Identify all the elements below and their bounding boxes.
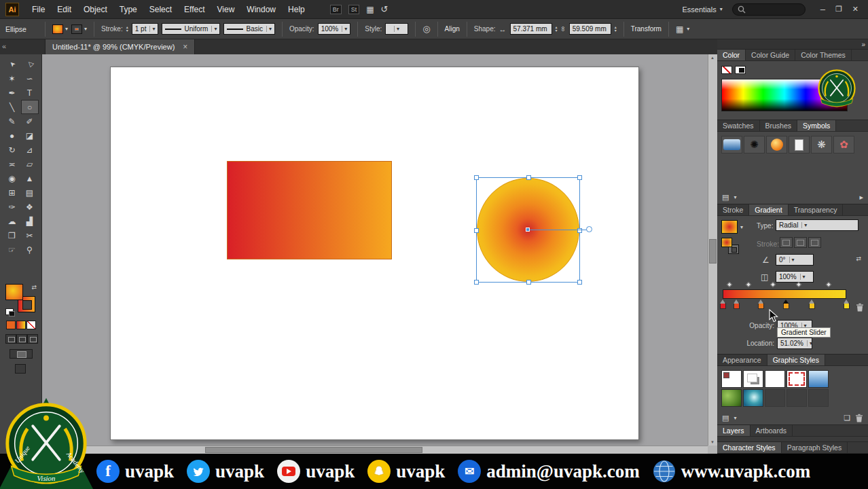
- control-options-icon[interactable]: [676, 24, 683, 34]
- pencil-tool[interactable]: ✐: [21, 114, 39, 128]
- tab-scroll-left-icon[interactable]: [2, 42, 6, 50]
- collapse-panels-icon[interactable]: [861, 41, 865, 48]
- style-libraries-icon[interactable]: [722, 414, 729, 422]
- gradient-tool[interactable]: ▤: [21, 185, 39, 200]
- ellipse-tool[interactable]: ○: [21, 100, 39, 114]
- toolbar-extra-button[interactable]: [15, 364, 26, 374]
- tab-character-styles[interactable]: Character Styles: [717, 442, 782, 453]
- tab-symbols[interactable]: Symbols: [797, 120, 836, 131]
- constrain-proportions-icon[interactable]: [561, 25, 566, 33]
- tab-color-themes[interactable]: Color Themes: [795, 50, 852, 60]
- menu-select[interactable]: Select: [143, 0, 178, 19]
- pen-tool[interactable]: ✒: [3, 86, 21, 100]
- reverse-gradient-icon[interactable]: [856, 255, 861, 262]
- close-button[interactable]: [852, 4, 858, 14]
- tab-color-guide[interactable]: Color Guide: [746, 50, 795, 60]
- workspace-switcher[interactable]: Essentials: [683, 5, 723, 14]
- paintbrush-tool[interactable]: ✎: [3, 114, 21, 128]
- tab-transparency[interactable]: Transparency: [789, 204, 844, 215]
- selection-handle-w[interactable]: [474, 228, 479, 233]
- menu-help[interactable]: Help: [282, 0, 311, 19]
- footer-link-website[interactable]: www.uvapk.com: [653, 460, 811, 483]
- gradient-annotator-center[interactable]: [526, 228, 530, 232]
- gradient-stop-2[interactable]: [758, 303, 764, 309]
- shape-builder-tool[interactable]: ◉: [3, 171, 21, 185]
- gradient-stop-4[interactable]: [809, 303, 815, 309]
- width-profile-select[interactable]: Uniform: [162, 23, 220, 35]
- graphic-style-default[interactable]: [721, 370, 742, 388]
- style-select[interactable]: [385, 23, 408, 35]
- symbol-libraries-icon[interactable]: [722, 193, 729, 202]
- footer-link-email[interactable]: admin@uvapk.com: [458, 460, 639, 483]
- gradient-along-stroke-button[interactable]: [794, 237, 807, 248]
- selection-handle-nw[interactable]: [474, 175, 479, 180]
- gradient-midpoint[interactable]: [796, 282, 801, 287]
- symbol-blue-flag[interactable]: [721, 136, 742, 153]
- new-style-icon[interactable]: [844, 414, 850, 422]
- control-chevron-down-icon[interactable]: [687, 26, 689, 32]
- graphic-style-teal-swirl[interactable]: [743, 389, 763, 407]
- close-tab-icon[interactable]: [183, 42, 187, 52]
- selection-handle-s[interactable]: [526, 280, 531, 285]
- restore-button[interactable]: [835, 4, 842, 14]
- width-tool[interactable]: ≍: [3, 157, 21, 171]
- rotate-tool[interactable]: ↻: [3, 143, 21, 157]
- selection-handle-n[interactable]: [526, 175, 531, 180]
- chevron-down-icon[interactable]: [734, 415, 736, 421]
- chevron-down-icon[interactable]: [734, 194, 736, 200]
- black-white-swatch[interactable]: [735, 66, 746, 74]
- shape-width-field[interactable]: 57.371 mm: [510, 23, 552, 35]
- default-fill-stroke-icon[interactable]: [5, 308, 14, 315]
- slice-tool[interactable]: ✂: [21, 228, 39, 242]
- arrange-documents-icon[interactable]: [366, 5, 374, 14]
- gradient-stop-1[interactable]: [734, 303, 740, 309]
- gradient-rectangle-shape[interactable]: [227, 161, 392, 259]
- gradient-annotator-line[interactable]: [528, 230, 590, 230]
- symbol-red-flower[interactable]: [833, 136, 854, 153]
- tab-swatches[interactable]: Swatches: [717, 120, 760, 131]
- draw-inside-button[interactable]: [27, 334, 38, 344]
- symbol-sprayer-tool[interactable]: ☁: [3, 214, 21, 228]
- menu-edit[interactable]: Edit: [51, 0, 77, 19]
- gradient-midpoint[interactable]: [770, 282, 776, 287]
- gradient-bar[interactable]: [723, 289, 846, 299]
- stroke-color-chip[interactable]: [71, 24, 82, 34]
- eyedropper-tool[interactable]: ✑: [3, 200, 21, 214]
- tab-gradient[interactable]: Gradient: [749, 204, 788, 215]
- menu-type[interactable]: Type: [113, 0, 143, 19]
- symbol-paper-sheet[interactable]: [789, 136, 810, 153]
- gradient-stop-3-selected[interactable]: [783, 303, 789, 309]
- footer-link-youtube[interactable]: uvapk: [277, 460, 355, 483]
- gradient-slider[interactable]: [723, 281, 849, 315]
- gradient-midpoint[interactable]: [727, 282, 732, 287]
- search-box[interactable]: [732, 3, 806, 16]
- rotate-view-icon[interactable]: [381, 4, 388, 14]
- scroll-up-icon[interactable]: [710, 56, 715, 60]
- gradient-within-stroke-button[interactable]: [780, 237, 793, 248]
- artboard-tool[interactable]: ❐: [3, 228, 21, 242]
- screen-mode-button[interactable]: [10, 349, 33, 359]
- footer-link-snapchat[interactable]: uvapk: [367, 460, 445, 483]
- gradient-midpoint[interactable]: [826, 282, 831, 287]
- tab-paragraph-styles[interactable]: Paragraph Styles: [782, 442, 848, 453]
- free-transform-tool[interactable]: ▱: [21, 157, 39, 171]
- selection-handle-ne[interactable]: [577, 175, 582, 180]
- graphic-style-green-texture[interactable]: [721, 389, 742, 407]
- tab-appearance[interactable]: Appearance: [717, 355, 767, 365]
- gradient-angle-field[interactable]: 0°: [776, 254, 814, 266]
- color-mode-button[interactable]: [6, 321, 16, 329]
- gradient-location-field[interactable]: 51.02%: [777, 338, 812, 349]
- minimize-button[interactable]: [820, 4, 825, 14]
- none-swatch[interactable]: [721, 66, 732, 74]
- scale-tool[interactable]: ⊿: [21, 143, 39, 157]
- hand-tool[interactable]: ☞: [3, 242, 21, 257]
- fill-chevron-down-icon[interactable]: [65, 26, 68, 32]
- stock-icon[interactable]: St: [348, 5, 360, 14]
- gradient-fill-proxy[interactable]: [721, 238, 732, 247]
- symbol-orange-sphere[interactable]: [766, 136, 787, 153]
- app-logo[interactable]: Ai: [5, 3, 19, 16]
- stroke-weight-stepper[interactable]: [126, 26, 128, 33]
- gradient-stop-0[interactable]: [720, 303, 726, 309]
- symbol-ink-splat[interactable]: [744, 136, 765, 153]
- delete-stop-icon[interactable]: [856, 303, 864, 312]
